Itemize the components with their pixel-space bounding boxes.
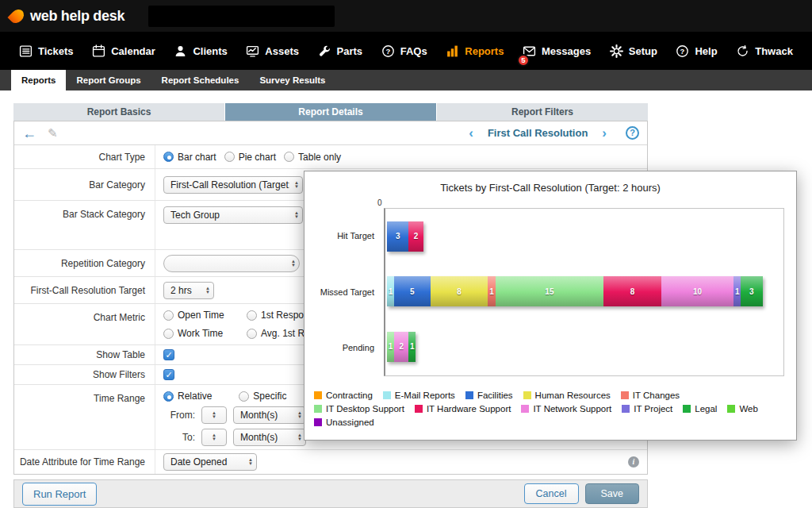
nav-item-clients[interactable]: Clients: [174, 44, 227, 58]
info-icon[interactable]: i: [628, 456, 639, 468]
show-table-checkbox[interactable]: [163, 349, 174, 360]
edit-pencil-icon[interactable]: ✎: [48, 126, 58, 140]
bar-segment: 10: [661, 276, 733, 306]
nav-item-calendar[interactable]: Calendar: [92, 44, 155, 58]
nav-item-faqs[interactable]: ?FAQs: [381, 44, 427, 58]
radio-relative-label: Relative: [178, 391, 212, 402]
run-report-button[interactable]: Run Report: [22, 483, 97, 506]
chart-legend: ContractingE-Mail ReportsFacilitiesHuman…: [314, 391, 791, 431]
chart-popup: Tickets by First-Call Resolution (Target…: [304, 171, 797, 441]
svg-text:?: ?: [680, 46, 685, 55]
secondary-nav: ReportsReport GroupsReport SchedulesSurv…: [0, 70, 812, 90]
nav-item-help[interactable]: ?Help: [676, 44, 717, 58]
fcr-target-label: First-Call Resolution Target: [14, 277, 155, 303]
to-count-stepper[interactable]: ▲▼: [201, 429, 227, 446]
nav-item-assets[interactable]: Assets: [246, 44, 299, 58]
radio-relative[interactable]: [163, 391, 174, 402]
stacked-bar: 121: [387, 332, 416, 362]
chart-type-label: Chart Type: [14, 145, 155, 168]
stacked-bar: 32: [387, 221, 423, 252]
radio-bar-chart[interactable]: [163, 152, 174, 162]
from-unit-select[interactable]: Month(s) ▲▼: [233, 406, 306, 424]
tab-report-details[interactable]: Report Details: [225, 103, 437, 121]
bar-row: 121: [385, 319, 783, 375]
radio-avg-first-response[interactable]: [247, 329, 257, 339]
stepper-icon: ▲▼: [212, 433, 216, 441]
cancel-button[interactable]: Cancel: [524, 483, 579, 504]
stepper-icon: ▲▼: [294, 181, 299, 189]
chart-title: Tickets by First-Call Resolution (Target…: [304, 182, 796, 194]
date-attribute-select[interactable]: Date Opened ▲▼: [163, 453, 257, 471]
bar-segment: 1: [387, 332, 394, 362]
subnav-tab-survey-results[interactable]: Survey Results: [249, 70, 335, 90]
next-report-chevron-icon[interactable]: ›: [602, 125, 607, 141]
flame-icon: [7, 6, 26, 25]
tab-report-basics[interactable]: Report Basics: [13, 103, 225, 121]
show-filters-checkbox[interactable]: [163, 369, 174, 380]
nav-item-setup[interactable]: Setup: [610, 44, 657, 58]
nav-item-label: Parts: [337, 45, 363, 57]
legend-label: Human Resources: [535, 391, 611, 400]
radio-bar-chart-label: Bar chart: [178, 152, 216, 163]
legend-label: IT Desktop Support: [326, 404, 404, 414]
tab-report-filters[interactable]: Report Filters: [437, 103, 648, 121]
subnav-tab-report-schedules[interactable]: Report Schedules: [151, 70, 250, 90]
chart-plot: 3215811581013121: [384, 208, 784, 376]
nav-item-parts[interactable]: Parts: [318, 44, 363, 58]
nav-item-thwack[interactable]: Thwack: [736, 44, 793, 58]
redacted-area: [148, 6, 335, 27]
legend-item: Facilities: [465, 391, 513, 400]
stacked-bar: 15811581013: [387, 276, 763, 306]
radio-specific[interactable]: [239, 391, 249, 402]
radio-open-time[interactable]: [163, 310, 174, 321]
radio-pie-chart[interactable]: [224, 152, 235, 162]
date-attribute-value: Date Opened: [170, 456, 243, 468]
legend-label: IT Project: [634, 404, 672, 414]
prev-report-chevron-icon[interactable]: ‹: [469, 125, 473, 141]
chart-area: 0 Hit TargetMissed TargetPending 3215811…: [304, 198, 796, 389]
envelope-icon: 5: [523, 44, 536, 58]
radio-table-only[interactable]: [284, 152, 294, 162]
legend-swatch: [314, 418, 322, 426]
legend-row: ContractingE-Mail ReportsFacilitiesHuman…: [314, 391, 791, 400]
chart-metric-options: Open Time 1st Respo Work Time Avg. 1st R: [163, 310, 304, 339]
subnav-tab-report-groups[interactable]: Report Groups: [66, 70, 151, 90]
legend-swatch: [727, 405, 735, 413]
fcr-target-select[interactable]: 2 hrs ▲▼: [163, 282, 214, 299]
legend-label: Web: [739, 404, 757, 414]
nav-item-messages[interactable]: 5Messages: [523, 44, 591, 58]
category-label: Missed Target: [304, 264, 381, 321]
subnav-tab-reports[interactable]: Reports: [11, 70, 66, 90]
radio-work-time[interactable]: [163, 329, 174, 339]
nav-item-label: Reports: [465, 45, 504, 57]
gear-icon: [610, 44, 623, 58]
from-count-stepper[interactable]: ▲▼: [201, 406, 227, 424]
from-label: From:: [163, 410, 195, 421]
bar-stack-category-select[interactable]: Tech Group ▲▼: [163, 206, 303, 224]
nav-item-reports[interactable]: Reports: [446, 44, 504, 58]
show-filters-label: Show Filters: [14, 365, 155, 384]
back-arrow-icon[interactable]: ←: [22, 126, 36, 140]
repetition-category-select[interactable]: ▲▼: [163, 255, 300, 272]
stepper-icon: ▲▼: [291, 260, 296, 267]
fcr-target-value: 2 hrs: [170, 285, 201, 296]
help-circle-icon[interactable]: ?: [626, 126, 639, 140]
nav-item-tickets[interactable]: Tickets: [19, 44, 74, 58]
from-unit-value: Month(s): [240, 410, 293, 421]
bar-category-select[interactable]: First-Call Resolution (Target: 2 h ▲▼: [163, 176, 303, 194]
bar-row: 32: [385, 209, 783, 264]
to-unit-select[interactable]: Month(s) ▲▼: [233, 429, 306, 446]
save-button[interactable]: Save: [585, 483, 640, 504]
legend-swatch: [683, 405, 691, 413]
legend-item: Unassigned: [314, 418, 374, 427]
top-header: web help desk: [0, 0, 812, 32]
legend-label: Facilities: [477, 391, 513, 400]
bar-category-value: First-Call Resolution (Target: 2 h: [170, 179, 289, 190]
show-table-label: Show Table: [14, 345, 155, 364]
bar-stack-category-value: Tech Group: [170, 210, 289, 221]
radio-first-response[interactable]: [247, 310, 257, 321]
legend-item: Contracting: [314, 391, 373, 400]
nav-item-label: Clients: [193, 45, 227, 57]
bar-segment: 5: [394, 276, 431, 306]
nav-item-label: Help: [695, 45, 717, 57]
